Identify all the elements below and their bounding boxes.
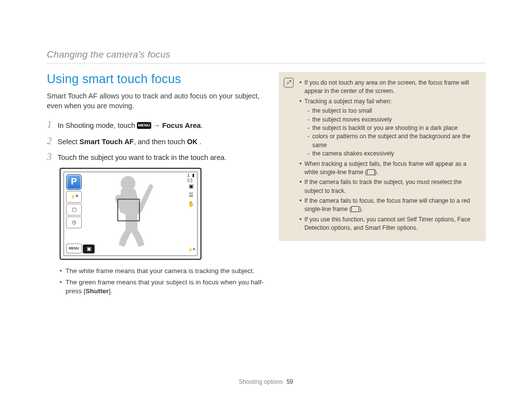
steps-list: 1 In Shooting mode, touch MENU → Focus A… xyxy=(47,120,268,163)
step-bold: Smart Touch AF xyxy=(79,138,133,146)
step-text: In Shooting mode, touch MENU → Focus Are… xyxy=(58,121,203,131)
focus-area-icon: ▢ xyxy=(66,204,82,216)
resolution-icon: ▣ xyxy=(187,183,195,190)
divider xyxy=(47,63,486,63)
frame-notes: The white frame means that your camera i… xyxy=(60,267,268,297)
step-number: 2 xyxy=(47,136,58,146)
note-green-frame: The green frame means that your subject … xyxy=(60,278,268,297)
quality-icon: ☰ xyxy=(187,192,195,199)
info-text: ). xyxy=(375,169,378,176)
info-text: ). xyxy=(359,206,363,213)
step-number: 1 xyxy=(47,120,58,129)
lcd-frame: P ⚡ᴬ ▢ ◷ MENU ▣ 1 ▮ ▯▯ ▣ ☰ ✋ ⚡ᴬ xyxy=(64,172,198,256)
menu-button-icon: MENU xyxy=(66,244,82,253)
stabilizer-icon: ✋ xyxy=(187,201,195,208)
info-item: If you use this function, you cannot set… xyxy=(299,216,479,233)
counter-battery-icon: 1 ▮ ▯▯ xyxy=(187,174,195,181)
section-title: Using smart touch focus xyxy=(47,72,268,86)
info-subitem: the subject moves excessively xyxy=(307,116,479,124)
thumbnail-icon: ▣ xyxy=(83,245,95,253)
step-bold: Focus Area xyxy=(162,122,200,129)
info-sublist: the subject is too small the subject mov… xyxy=(307,107,479,158)
info-item: If the camera fails to focus, the focus … xyxy=(299,197,479,214)
child-silhouette-icon xyxy=(101,173,160,251)
manual-page: Changing the camera's focus Using smart … xyxy=(0,0,532,401)
step-text-part: Select xyxy=(58,138,79,146)
step-2: 2 Select Smart Touch AF, and then touch … xyxy=(47,136,268,147)
info-subitem: the camera shakes excessively xyxy=(307,150,479,158)
footer-section: Shooting options xyxy=(239,378,283,385)
info-subitem: the subject is too small xyxy=(307,107,479,115)
info-subitem: colors or patterns on the subject and th… xyxy=(307,132,479,150)
left-column: Using smart touch focus Smart Touch AF a… xyxy=(47,72,268,298)
step-text: Touch the subject you want to track in t… xyxy=(58,153,227,163)
note-icon xyxy=(284,78,294,88)
info-text: If the camera fails to focus, the focus … xyxy=(304,197,470,213)
page-footer: Shooting options 59 xyxy=(0,378,532,385)
mode-p-icon: P xyxy=(66,174,82,190)
step-text-part: . xyxy=(198,138,201,146)
white-frame-icon xyxy=(367,169,375,175)
flash-icon: ⚡ᴬ xyxy=(66,191,82,203)
arrow-icon: → xyxy=(153,122,163,129)
info-text: When tracking a subject fails, the focus… xyxy=(304,160,466,176)
step-text-part: , and then touch xyxy=(134,138,187,146)
red-frame-icon xyxy=(351,206,359,212)
step-text: Select Smart Touch AF, and then touch OK… xyxy=(58,137,201,147)
info-item: If you do not touch any area on the scre… xyxy=(299,79,479,96)
camera-screen-illustration: P ⚡ᴬ ▢ ◷ MENU ▣ 1 ▮ ▯▯ ▣ ☰ ✋ ⚡ᴬ xyxy=(60,168,201,260)
info-note-box: If you do not touch any area on the scre… xyxy=(279,72,486,241)
intro-text: Smart Touch AF allows you to track and a… xyxy=(47,91,268,111)
step-number: 3 xyxy=(47,152,58,161)
note-text: ]. xyxy=(109,287,113,295)
menu-icon: MENU xyxy=(137,122,151,129)
step-text-part: In Shooting mode, touch xyxy=(58,122,137,129)
info-subitem: the subject is backlit or you are shooti… xyxy=(307,124,479,132)
info-item: If the camera fails to track the subject… xyxy=(299,178,479,195)
step-text-part: . xyxy=(201,122,203,129)
right-column: If you do not touch any area on the scre… xyxy=(279,72,486,241)
breadcrumb: Changing the camera's focus xyxy=(47,49,170,60)
note-bold: Shutter xyxy=(86,287,109,295)
step-1: 1 In Shooting mode, touch MENU → Focus A… xyxy=(47,120,268,131)
info-text: Tracking a subject may fail when: xyxy=(304,98,392,105)
timer-icon: ◷ xyxy=(66,216,82,228)
flash-bottom-icon: ⚡ᴬ xyxy=(187,247,195,253)
page-number: 59 xyxy=(287,378,293,385)
ok-icon: OK xyxy=(187,137,198,147)
step-3: 3 Touch the subject you want to track in… xyxy=(47,152,268,163)
info-item: When tracking a subject fails, the focus… xyxy=(299,160,479,177)
note-white-frame: The white frame means that your camera i… xyxy=(60,267,268,276)
info-item: Tracking a subject may fail when: the su… xyxy=(299,97,479,158)
